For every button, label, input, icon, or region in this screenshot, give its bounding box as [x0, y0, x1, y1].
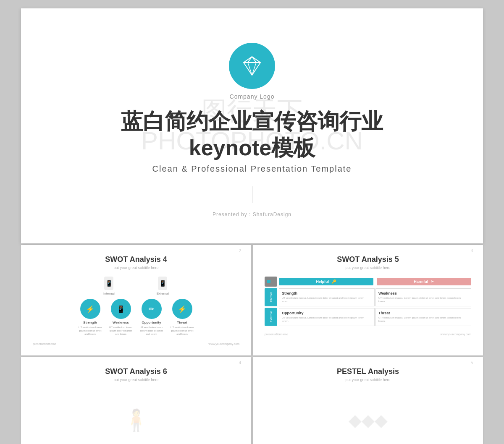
page-number: 3	[470, 248, 473, 253]
opportunity-desc: UT vestibulum lorem ipsum dolor sit amet…	[140, 326, 163, 336]
company-logo-label: Company Logo	[230, 93, 275, 100]
page-number: 2	[239, 248, 241, 253]
slide-title: SWOT Analysis 4	[33, 255, 239, 264]
slide-footer: presentationname www.yourcompany.com	[265, 333, 471, 336]
pestel-content: ◆◆◆	[265, 389, 471, 444]
weakness-title: Weakness	[378, 291, 468, 295]
weakness-label: Weakness	[113, 321, 129, 324]
weakness-desc: UT vestibulum lorem ipsum dolor sit amet…	[109, 326, 132, 336]
threat-label: Threat	[177, 321, 187, 324]
opportunity-cell: Opportunity UT vestibulum massa. Lorem i…	[279, 308, 375, 326]
slide-title: SWOT Analysis 5	[265, 255, 471, 264]
threat-desc: UT vestibulum lorem ipsum dolor sit amet…	[171, 326, 194, 336]
weakness-group: 📱 Weakness UT vestibulum lorem ipsum dol…	[109, 299, 132, 336]
strength-label: Strength	[83, 321, 97, 324]
slide-footer: presentationname www.yourcompany.com	[33, 342, 239, 345]
external-icon: 📱	[158, 277, 167, 290]
weakness-cell: Weakness UT vestibulum massa. Lorem ipsu…	[375, 288, 471, 306]
main-title-cn: 蓝白简约企业宣传咨询行业 keynote模板	[121, 108, 383, 161]
slide-swot5[interactable]: 3 SWOT Analysis 5 put your great subtitl…	[253, 245, 483, 355]
threat-circle: ⚡	[172, 299, 192, 319]
main-title-en: Clean & Professional Presentation Templa…	[152, 164, 352, 174]
slide-title: PESTEL Analysis	[265, 367, 471, 376]
slide-swot6[interactable]: 4 SWOT Analysis 6 put your great subtitl…	[21, 357, 251, 444]
slide-subtitle: put your great subtitle here	[265, 266, 471, 270]
opportunity-group: ✏ Opportunity UT vestibulum lorem ipsum …	[140, 299, 163, 336]
svg-marker-0	[244, 57, 260, 75]
page-number: 5	[470, 360, 473, 365]
footer-right: www.yourcompany.com	[209, 342, 239, 345]
swot4-content: 📱 Internal 📱 External ⚡ Strength UT vest…	[33, 277, 239, 336]
opportunity-label: Opportunity	[142, 321, 161, 324]
threat-title: Threat	[378, 311, 468, 315]
swot6-content: 🧍	[33, 389, 239, 444]
corner-box	[265, 277, 277, 287]
logo-circle	[229, 43, 275, 89]
swot4-top-icons: 📱 Internal 📱 External	[103, 277, 169, 295]
slide-title: SWOT Analysis 6	[33, 367, 239, 376]
slide-subtitle: put your great subtitle here	[33, 378, 239, 382]
swot5-external-row: External Opportunity UT vestibulum massa…	[265, 308, 471, 326]
presented-by: Presented by : ShafuraDesign	[213, 212, 291, 217]
thumbnail-grid: 2 SWOT Analysis 4 put your great subtitl…	[21, 245, 483, 444]
header-harmful: Harmful ✂	[377, 278, 471, 285]
strength-desc: UT vestibulum lorem ipsum dolor sit amet…	[79, 326, 102, 336]
internal-label: Internal	[265, 288, 277, 306]
header-helpful: Helpful 🔑	[279, 278, 373, 285]
opportunity-title: Opportunity	[282, 311, 372, 315]
footer-left: presentationname	[265, 333, 288, 336]
swot5-internal-row: Internal Strength UT vestibulum massa. L…	[265, 288, 471, 306]
footer-right: www.yourcompany.com	[441, 333, 471, 336]
strength-circle: ⚡	[80, 299, 100, 319]
slide-pestel[interactable]: 5 PESTEL Analysis put your great subtitl…	[253, 357, 483, 444]
strength-group: ⚡ Strength UT vestibulum lorem ipsum dol…	[79, 299, 102, 336]
strength-cell: Strength UT vestibulum massa. Lorem ipsu…	[279, 288, 375, 306]
pestel-placeholder: ◆◆◆	[349, 410, 388, 430]
swot4-circles: ⚡ Strength UT vestibulum lorem ipsum dol…	[79, 299, 194, 336]
divider	[252, 186, 252, 203]
threat-text: UT vestibulum massa. Lorem ipsum dolor s…	[378, 316, 468, 323]
external-label: External	[265, 308, 277, 326]
opportunity-text: UT vestibulum massa. Lorem ipsum dolor s…	[282, 316, 372, 323]
swot5-container: Helpful 🔑 Harmful ✂ Internal Strength UT…	[265, 277, 471, 326]
swot6-watermark: 🧍	[123, 408, 149, 432]
svg-line-1	[248, 63, 252, 75]
opportunity-circle: ✏	[142, 299, 162, 319]
slide-swot4[interactable]: 2 SWOT Analysis 4 put your great subtitl…	[21, 245, 251, 355]
swot5-header: Helpful 🔑 Harmful ✂	[265, 277, 471, 287]
weakness-text: UT vestibulum massa. Lorem ipsum dolor s…	[378, 296, 468, 303]
strength-text: UT vestibulum massa. Lorem ipsum dolor s…	[282, 296, 372, 303]
slide-subtitle: put your great subtitle here	[265, 378, 471, 382]
page-number: 4	[239, 360, 241, 365]
strength-title: Strength	[282, 291, 372, 295]
main-slide: 图行天下PHOTOPHOTO.CN Company Logo 蓝白简约企业宣传咨…	[21, 8, 483, 243]
category-internal: 📱 Internal	[103, 277, 115, 295]
footer-left: presentationname	[33, 342, 56, 345]
weakness-circle: 📱	[111, 299, 131, 319]
internal-icon: 📱	[104, 277, 113, 290]
category-external: 📱 External	[157, 277, 169, 295]
svg-line-2	[252, 63, 256, 75]
threat-cell: Threat UT vestibulum massa. Lorem ipsum …	[375, 308, 471, 326]
slide-subtitle: put your great subtitle here	[33, 266, 239, 270]
threat-group: ⚡ Threat UT vestibulum lorem ipsum dolor…	[171, 299, 194, 336]
